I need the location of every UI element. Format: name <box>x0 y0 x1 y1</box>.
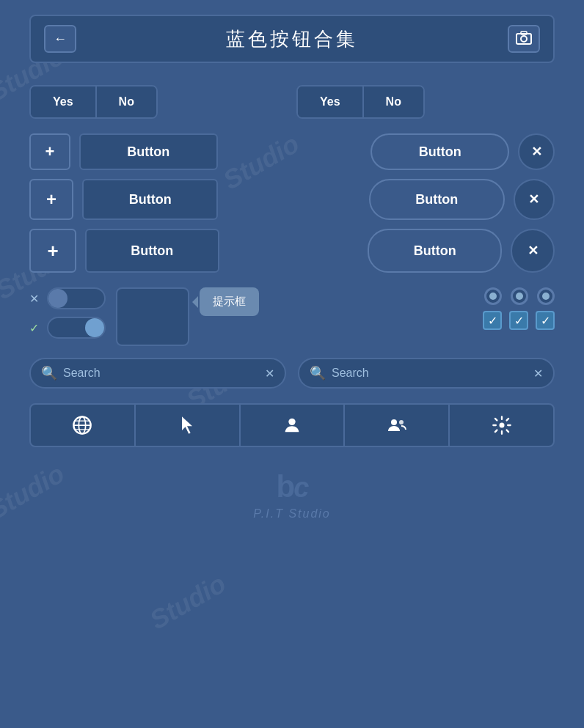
logo-studio-text: P.I.T Studio <box>253 507 331 521</box>
button-rect-3[interactable]: Button <box>85 229 219 273</box>
controls-section: ✕ ✓ 提示框 <box>29 287 555 346</box>
tab-cursor[interactable] <box>136 405 241 446</box>
search-input-1[interactable] <box>63 367 259 380</box>
search-clear-1[interactable]: ✕ <box>265 367 274 380</box>
tooltip-text: 提示框 <box>213 295 246 307</box>
close-icon-3: ✕ <box>528 243 539 259</box>
camera-icon <box>516 30 532 48</box>
back-arrow-icon: ← <box>54 32 67 47</box>
search-icon-2: 🔍 <box>310 365 326 381</box>
search-clear-2[interactable]: ✕ <box>533 367 543 380</box>
logo-b: b <box>277 469 294 504</box>
svg-point-12 <box>499 423 504 428</box>
tab-globe[interactable] <box>31 405 136 446</box>
back-button[interactable]: ← <box>44 25 76 53</box>
check-mark-2: ✓ <box>514 314 524 328</box>
checkbox-group: ✓ ✓ ✓ <box>483 311 555 330</box>
tab-group[interactable] <box>345 405 450 446</box>
radio-1[interactable] <box>484 287 502 305</box>
logo-c: c <box>293 472 307 503</box>
svg-point-9 <box>288 419 295 425</box>
button-pill-2[interactable]: Button <box>369 179 505 220</box>
yes-button-1[interactable]: Yes <box>31 87 97 117</box>
yes-no-group-1: Yes No <box>29 85 158 119</box>
checkbox-1[interactable]: ✓ <box>483 311 502 330</box>
button-pill-3[interactable]: Button <box>368 229 502 273</box>
plus-button-3[interactable]: + <box>29 229 76 273</box>
plus-icon-2: + <box>46 189 56 210</box>
group-icon <box>387 415 407 435</box>
plus-button-1[interactable]: + <box>29 133 70 170</box>
plus-icon-3: + <box>47 240 58 262</box>
close-circle-2[interactable]: ✕ <box>514 179 555 220</box>
toggle-check-icon: ✓ <box>29 321 41 335</box>
right-controls: ✓ ✓ ✓ <box>483 287 555 330</box>
cursor-icon <box>177 415 197 435</box>
check-mark-3: ✓ <box>541 314 550 328</box>
plus-button-2[interactable]: + <box>29 179 73 220</box>
bottom-logo: bc P.I.T Studio <box>29 469 555 535</box>
radio-3[interactable] <box>537 287 555 305</box>
radio-inner-2 <box>516 293 523 300</box>
button-pill-1[interactable]: Button <box>371 133 509 170</box>
svg-marker-8 <box>182 416 192 433</box>
tooltip-bubble: 提示框 <box>200 287 259 316</box>
close-icon-1: ✕ <box>531 144 542 160</box>
search-input-2[interactable] <box>332 367 528 380</box>
plus-icon-1: + <box>45 142 55 161</box>
toggle-thumb-off <box>48 289 67 308</box>
toggles-column: ✕ ✓ <box>29 287 106 339</box>
text-area-box[interactable] <box>116 287 189 346</box>
close-circle-1[interactable]: ✕ <box>518 133 555 170</box>
button-row-3: + Button Button ✕ <box>29 229 555 273</box>
radio-inner-3 <box>542 293 550 300</box>
button-rect-1[interactable]: Button <box>79 133 218 170</box>
toggle-off-row: ✕ <box>29 287 106 309</box>
yes-no-row: Yes No Yes No <box>29 85 555 119</box>
yes-button-2[interactable]: Yes <box>298 87 364 117</box>
toggle-thumb-on <box>85 318 104 337</box>
radio-group <box>484 287 555 305</box>
svg-point-1 <box>521 36 527 42</box>
page-title: 蓝色按钮合集 <box>226 26 358 52</box>
button-row-1: + Button Button ✕ <box>29 133 555 170</box>
svg-point-11 <box>399 420 404 424</box>
checkbox-3[interactable]: ✓ <box>536 311 555 330</box>
user-icon <box>282 415 302 435</box>
no-button-1[interactable]: No <box>97 87 156 117</box>
check-mark-1: ✓ <box>488 314 497 328</box>
search-icon-1: 🔍 <box>41 365 57 381</box>
button-row-2: + Button Button ✕ <box>29 179 555 220</box>
toggle-x-icon: ✕ <box>29 292 41 306</box>
svg-point-10 <box>391 419 397 425</box>
globe-icon <box>72 415 92 435</box>
search-row: 🔍 ✕ 🔍 ✕ <box>29 358 555 389</box>
tab-settings[interactable] <box>450 405 553 446</box>
button-rect-2[interactable]: Button <box>82 179 218 220</box>
toggle-on-row: ✓ <box>29 317 106 339</box>
settings-icon <box>492 415 512 435</box>
radio-inner-1 <box>489 293 497 300</box>
tab-bar <box>29 403 555 447</box>
radio-2[interactable] <box>511 287 528 305</box>
search-bar-2[interactable]: 🔍 ✕ <box>298 358 555 389</box>
tab-user[interactable] <box>241 405 346 446</box>
toggle-off[interactable] <box>47 287 106 309</box>
close-circle-3[interactable]: ✕ <box>511 229 555 273</box>
header-bar: ← 蓝色按钮合集 <box>29 15 555 63</box>
checkbox-2[interactable]: ✓ <box>509 311 528 330</box>
toggle-on[interactable] <box>47 317 106 339</box>
search-bar-1[interactable]: 🔍 ✕ <box>29 358 286 389</box>
yes-no-group-2: Yes No <box>296 85 425 119</box>
close-icon-2: ✕ <box>528 191 539 207</box>
no-button-2[interactable]: No <box>364 87 423 117</box>
camera-button[interactable] <box>508 25 540 53</box>
